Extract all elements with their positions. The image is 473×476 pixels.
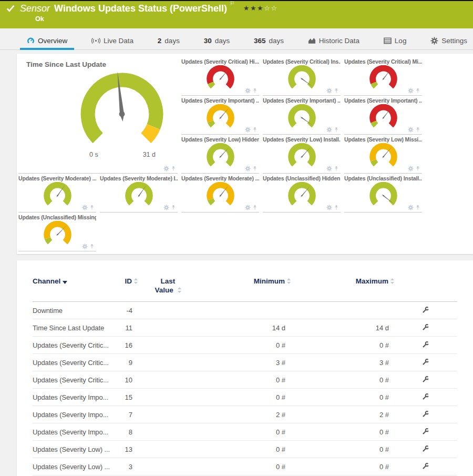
gear-icon[interactable] <box>408 127 414 133</box>
table-row: Updates (Severity Critic...160 #0 # <box>33 337 457 354</box>
wrench-icon[interactable] <box>422 306 429 313</box>
channel-minimum: 2 # <box>198 406 291 423</box>
channel-name[interactable]: Updates (Severity Critic... <box>33 337 114 354</box>
channel-minimum: 0 # <box>198 389 291 406</box>
column-label: Last <box>138 277 198 286</box>
gauge-cell: Updates (Severity Low) Missi... <box>344 135 422 174</box>
channel-maximum: 0 # <box>291 423 394 441</box>
channel-name[interactable]: Updates (Severity Impo... <box>33 389 114 406</box>
pin-icon[interactable] <box>415 127 420 133</box>
column-header-max[interactable]: Maximum <box>291 275 394 302</box>
channel-name[interactable]: Time Since Last Update <box>33 319 114 337</box>
tab-number: 365 <box>254 37 266 45</box>
channel-maximum: 3 # <box>291 354 394 371</box>
channel-name[interactable]: Updates (Severity Impo... <box>33 423 114 441</box>
column-header-min[interactable]: Minimum <box>198 275 291 302</box>
gauge-cell: Updates (Unclassified) Hidden <box>263 174 341 212</box>
rating-filled-stars[interactable]: ★★★ <box>243 4 264 12</box>
tab-30-days[interactable]: 30days <box>201 32 233 49</box>
channel-last-value <box>138 354 198 371</box>
priority-rating[interactable]: ★★★☆☆ <box>243 4 278 12</box>
tab-label: days <box>164 37 180 45</box>
pin-icon[interactable] <box>252 127 258 133</box>
channel-minimum: 0 # <box>198 371 291 389</box>
channel-last-value <box>138 389 198 406</box>
channel-minimum: 0 # <box>198 441 291 458</box>
gear-icon[interactable] <box>326 205 332 210</box>
gear-icon[interactable] <box>245 88 251 94</box>
channel-name[interactable]: Updates (Severity Low) ... <box>33 441 114 458</box>
gear-icon[interactable] <box>326 166 332 171</box>
pin-icon[interactable] <box>334 205 339 210</box>
column-label: Minimum <box>254 277 285 285</box>
column-header-channel[interactable]: Channel <box>33 275 114 302</box>
gear-icon[interactable] <box>163 205 169 210</box>
gauge-grid: Time Since Last Update 0 s 31 d Updates … <box>17 54 473 254</box>
channel-name[interactable]: Updates (Severity Critic... <box>33 354 114 371</box>
tab-365-days[interactable]: 365days <box>251 32 286 49</box>
tab-log[interactable]: Log <box>381 32 409 49</box>
gear-icon[interactable] <box>408 88 414 94</box>
rating-empty-stars[interactable]: ☆☆ <box>264 4 277 12</box>
gear-icon[interactable] <box>408 205 414 210</box>
sort-desc-icon[interactable] <box>63 277 67 286</box>
gear-icon[interactable] <box>326 127 332 133</box>
pin-icon[interactable] <box>252 88 258 94</box>
column-label: Channel <box>33 277 60 285</box>
tab-overview[interactable]: Overview <box>24 32 70 49</box>
pin-icon[interactable] <box>252 166 258 171</box>
sort-both-icon[interactable] <box>287 277 291 286</box>
wrench-icon[interactable] <box>422 323 429 331</box>
pin-icon[interactable] <box>334 127 339 133</box>
tab-bar: OverviewLive Data2days30days365daysHisto… <box>0 32 473 50</box>
sort-both-icon[interactable] <box>134 277 138 286</box>
gear-icon[interactable] <box>326 88 332 94</box>
tab-2-days[interactable]: 2days <box>155 32 182 49</box>
tab-settings[interactable]: Settings <box>428 32 470 49</box>
wrench-icon[interactable] <box>422 445 429 452</box>
gear-icon[interactable] <box>82 244 88 249</box>
gear-icon[interactable] <box>245 166 251 171</box>
column-header-id[interactable]: ID <box>114 275 138 302</box>
pin-icon[interactable] <box>334 88 339 94</box>
pin-icon[interactable] <box>415 88 420 94</box>
wrench-icon[interactable] <box>422 462 429 470</box>
pin-icon[interactable] <box>171 166 176 171</box>
channel-settings-cell <box>394 319 457 337</box>
channel-name[interactable]: Updates (Severity Critic... <box>33 371 114 389</box>
gauge-cell: Updates (Unclassified) Install... <box>344 174 422 212</box>
column-label: ID <box>125 277 132 285</box>
channel-minimum: 14 d <box>198 319 291 337</box>
wrench-icon[interactable] <box>422 376 429 383</box>
wrench-icon[interactable] <box>422 341 429 348</box>
pin-icon[interactable] <box>89 244 95 249</box>
sort-both-icon[interactable] <box>390 277 394 286</box>
sort-both-icon[interactable] <box>178 286 181 295</box>
gear-icon[interactable] <box>82 205 88 210</box>
channel-name[interactable]: Updates (Severity Low) ... <box>33 458 114 475</box>
wrench-icon[interactable] <box>422 358 429 366</box>
tab-live-data[interactable]: Live Data <box>89 32 136 49</box>
wrench-icon[interactable] <box>422 410 429 418</box>
pin-icon[interactable] <box>171 205 176 210</box>
gauge-cell-title: Updates (Unclassified) Install... <box>344 175 422 181</box>
pin-icon[interactable] <box>334 166 339 171</box>
pin-icon[interactable] <box>415 166 420 171</box>
gear-icon[interactable] <box>245 205 251 210</box>
wrench-icon[interactable] <box>422 428 429 435</box>
tab-historic-data[interactable]: Historic Data <box>305 32 362 49</box>
gauge-icon <box>27 37 35 45</box>
gear-icon[interactable] <box>163 166 169 171</box>
pin-icon[interactable] <box>415 205 420 210</box>
column-header-last[interactable]: LastValue <box>138 275 198 302</box>
pin-icon[interactable] <box>252 205 258 210</box>
wrench-icon[interactable] <box>422 393 429 400</box>
channel-name[interactable]: Updates (Severity Impo... <box>33 406 114 423</box>
channel-settings-cell <box>394 389 457 406</box>
gear-icon[interactable] <box>245 127 251 133</box>
gear-icon[interactable] <box>408 166 414 171</box>
chart-icon <box>308 37 316 44</box>
channel-name[interactable]: Downtime <box>33 302 114 319</box>
tab-label: days <box>269 37 284 45</box>
pin-icon[interactable] <box>89 205 95 210</box>
